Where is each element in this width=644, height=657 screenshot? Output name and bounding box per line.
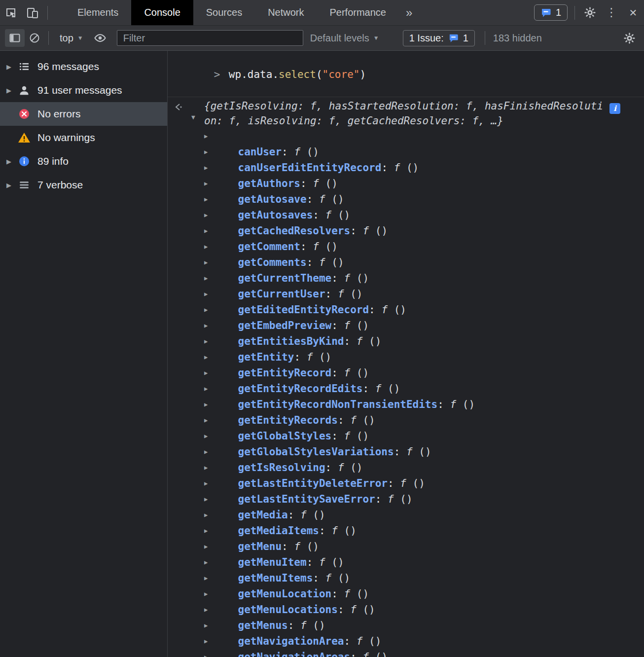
object-property-row[interactable]: ▶getComment: f () [168,223,644,239]
live-expression-eye-icon[interactable] [90,29,110,47]
context-selector[interactable]: top ▼ [60,33,83,44]
expand-triangle-icon[interactable]: ▶ [204,128,208,144]
object-property-row[interactable]: ▶getLastEntitySaveError: f () [168,475,644,491]
object-property-row[interactable]: ▶getEmbedPreview: f () [168,302,644,318]
expand-triangle-icon[interactable]: ▶ [204,570,208,586]
object-property-row[interactable]: ▶getCachedResolvers: f () [168,207,644,223]
issues-button[interactable]: 1 Issue: 1 [403,30,475,46]
expand-triangle-icon[interactable]: ▶ [204,160,208,176]
expand-triangle-icon[interactable]: ▶ [204,318,208,333]
more-tabs-button[interactable]: » [399,0,419,25]
object-property-row[interactable]: ▶getMenuLocation: f () [168,570,644,586]
object-property-row[interactable]: ▶getCurrentTheme: f () [168,255,644,270]
sidebar-item-info[interactable]: ▶ 89 info [0,149,167,173]
object-preview[interactable]: {getIsResolving: f, hasStartedResolution… [204,99,644,128]
object-property-row[interactable]: ▶getGlobalStyles: f () [168,412,644,428]
expand-triangle-icon[interactable]: ▶ [204,618,208,633]
object-property-row[interactable]: ▶getMenuLocations: f () [168,586,644,602]
console-messages-badge[interactable]: 1 [534,4,568,21]
object-property-row[interactable]: ▶getEntity: f () [168,333,644,349]
expand-triangle-icon[interactable]: ▶ [204,491,208,507]
expand-triangle-icon[interactable]: ▶ [204,381,208,397]
object-property-row[interactable]: ▶getLastEntityDeleteError: f () [168,460,644,475]
console-sidebar-toggle-icon[interactable] [5,29,25,47]
expand-triangle-icon[interactable]: ▶ [204,286,208,302]
expand-triangle-icon[interactable]: ▶ [204,270,208,286]
expand-triangle-icon[interactable]: ▶ [204,602,208,618]
object-property-row[interactable]: ▶getNavigationArea: f () [168,618,644,633]
sidebar-item-user-messages[interactable]: ▶ 91 user messages [0,78,167,102]
expand-triangle-icon[interactable]: ▶ [204,412,208,428]
object-property-row[interactable]: ▶getMenus: f () [168,602,644,618]
expand-triangle-icon[interactable]: ▶ [204,539,208,554]
tab-elements[interactable]: Elements [65,0,131,25]
object-property-row[interactable]: ▶getCurrentUser: f () [168,270,644,286]
settings-gear-icon[interactable] [579,0,601,25]
tab-performance[interactable]: Performance [317,0,399,25]
object-property-row[interactable]: ▶getEntityRecords: f () [168,397,644,412]
sidebar-item-all-messages[interactable]: ▶ 96 messages [0,55,167,78]
expand-triangle-icon[interactable]: ▶ [204,586,208,602]
expander-triangle-icon[interactable]: ▶ [0,182,18,189]
object-property-row[interactable]: ▶getAutosaves: f () [168,191,644,207]
object-property-row[interactable]: ▶getGlobalStylesVariations: f () [168,428,644,444]
info-icon[interactable]: i [609,103,620,114]
filter-input[interactable] [117,30,303,46]
expand-triangle-icon[interactable]: ▶ [204,144,208,160]
log-levels-dropdown[interactable]: Default levels ▼ [310,33,379,44]
object-property-row[interactable]: ▶getNavigationAreas: f () [168,633,644,649]
object-property-row[interactable]: ▶getEditedEntityRecord: f () [168,286,644,302]
expand-triangle-icon[interactable]: ▶ [204,633,208,649]
object-property-row[interactable]: ▶canUserEditEntityRecord: f () [168,144,644,160]
object-property-row[interactable]: ▶getMenuItem: f () [168,539,644,554]
collapse-triangle-icon[interactable]: ▼ [191,110,195,125]
object-property-row[interactable]: ▶getPlugin: f () [168,649,644,657]
expand-triangle-icon[interactable]: ▶ [204,444,208,460]
object-property-row[interactable]: ▶getMenuItems: f () [168,554,644,570]
expand-triangle-icon[interactable]: ▶ [204,176,208,191]
expand-triangle-icon[interactable]: ▶ [204,207,208,223]
sidebar-item-errors[interactable]: ▶ No errors [0,102,167,126]
expand-triangle-icon[interactable]: ▶ [204,333,208,349]
object-property-row[interactable]: ▶getMenu: f () [168,523,644,539]
expand-triangle-icon[interactable]: ▶ [204,365,208,381]
expand-triangle-icon[interactable]: ▶ [204,255,208,270]
object-property-row[interactable]: ▶getEntityRecordEdits: f () [168,365,644,381]
sidebar-item-warnings[interactable]: ▶ No warnings [0,126,167,149]
object-property-row[interactable]: ▶getComments: f () [168,239,644,255]
sidebar-item-verbose[interactable]: ▶ 7 verbose [0,173,167,197]
expand-triangle-icon[interactable]: ▶ [204,191,208,207]
object-property-row[interactable]: ▶getIsResolving: f () [168,444,644,460]
expander-triangle-icon[interactable]: ▶ [0,87,18,94]
expand-triangle-icon[interactable]: ▶ [204,475,208,491]
object-property-row[interactable]: ▶getMediaItems: f () [168,507,644,523]
object-property-row[interactable]: ▶getEntityRecordNonTransientEdits: f () [168,381,644,397]
object-property-row[interactable]: ▶getMedia: f () [168,491,644,507]
expand-triangle-icon[interactable]: ▶ [204,223,208,239]
console-settings-gear-icon[interactable] [619,29,639,47]
tab-sources[interactable]: Sources [193,0,255,25]
object-property-row[interactable]: ▶getAutosave: f () [168,176,644,191]
expand-triangle-icon[interactable]: ▶ [204,397,208,412]
object-property-row[interactable]: ▶canUser: f () [168,128,644,144]
object-property-row[interactable]: ▶getEntitiesByKind: f () [168,318,644,333]
expand-triangle-icon[interactable]: ▶ [204,239,208,255]
object-property-row[interactable]: ▶getEntityRecord: f () [168,349,644,365]
expand-triangle-icon[interactable]: ▶ [204,554,208,570]
expand-triangle-icon[interactable]: ▶ [204,523,208,539]
close-icon[interactable]: ✕ [622,0,644,25]
tab-network[interactable]: Network [255,0,317,25]
clear-console-icon[interactable] [25,29,44,47]
expand-triangle-icon[interactable]: ▶ [204,460,208,475]
expand-triangle-icon[interactable]: ▶ [204,302,208,318]
expand-triangle-icon[interactable]: ▶ [204,349,208,365]
inspect-element-icon[interactable] [0,0,22,25]
object-property-row[interactable]: ▶getAuthors: f () [168,160,644,176]
expander-triangle-icon[interactable]: ▶ [0,63,18,71]
tab-console[interactable]: Console [131,0,193,25]
expand-triangle-icon[interactable]: ▶ [204,428,208,444]
expander-triangle-icon[interactable]: ▶ [0,158,18,165]
device-toolbar-icon[interactable] [22,0,43,25]
expand-triangle-icon[interactable]: ▶ [204,649,208,657]
kebab-menu-icon[interactable]: ⋮ [601,0,622,25]
